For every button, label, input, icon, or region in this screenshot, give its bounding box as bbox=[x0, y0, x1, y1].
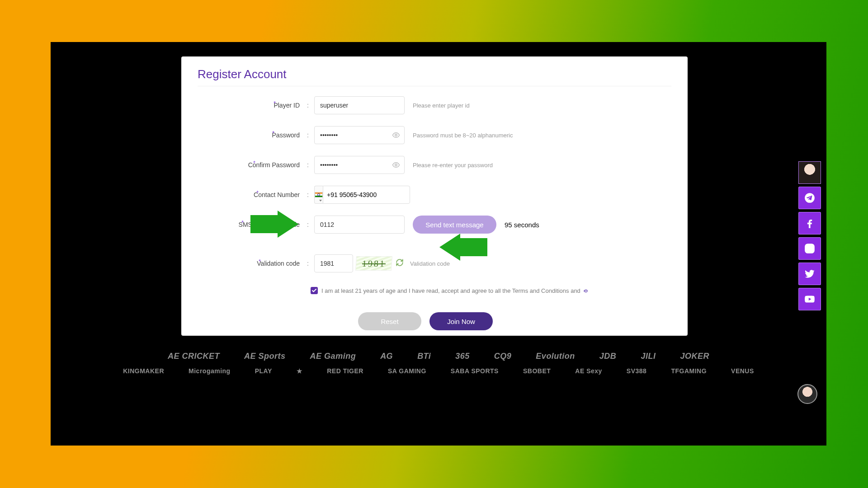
chevron-down-icon bbox=[319, 200, 322, 202]
provider-logo: JOKER bbox=[680, 352, 709, 361]
refresh-captcha-icon[interactable] bbox=[396, 258, 404, 269]
facebook-button[interactable] bbox=[798, 212, 821, 235]
provider-logo: RED TIGER bbox=[327, 367, 363, 375]
contact-number-label: Contact Number bbox=[198, 191, 302, 198]
provider-logo: SA GAMING bbox=[388, 367, 426, 375]
consent-text: I am at least 21 years of age and I have… bbox=[321, 287, 589, 294]
register-modal: Register Account Player ID : Please ente… bbox=[181, 56, 688, 336]
consent-checkbox[interactable] bbox=[311, 287, 318, 294]
validation-code-input[interactable] bbox=[314, 254, 353, 272]
provider-logo: JILI bbox=[641, 352, 656, 361]
provider-logo: AE Sports bbox=[244, 352, 286, 361]
provider-logo: AE CRICKET bbox=[168, 352, 220, 361]
india-flag-icon bbox=[315, 192, 323, 197]
join-now-button[interactable]: Join Now bbox=[429, 312, 493, 330]
svg-point-6 bbox=[812, 245, 813, 246]
provider-logo: SV388 bbox=[627, 367, 647, 375]
player-id-hint: Please enter player id bbox=[413, 102, 470, 109]
validation-hint: Validation code bbox=[410, 260, 450, 267]
provider-logo: CQ9 bbox=[494, 352, 512, 361]
instagram-button[interactable] bbox=[798, 237, 821, 260]
svg-point-5 bbox=[808, 247, 812, 251]
eye-icon[interactable] bbox=[392, 131, 400, 139]
player-id-input[interactable] bbox=[314, 96, 405, 114]
social-sidebar bbox=[798, 161, 821, 310]
sms-timer: 95 seconds bbox=[505, 221, 539, 229]
password-input[interactable] bbox=[314, 126, 405, 144]
eye-icon[interactable] bbox=[392, 161, 400, 169]
captcha-image: 1981 bbox=[355, 256, 392, 271]
provider-logo: SBOBET bbox=[523, 367, 551, 375]
svg-marker-2 bbox=[250, 211, 298, 238]
password-hint: Password must be 8~20 alphanumeric bbox=[413, 132, 513, 139]
validation-code-label: Validation code bbox=[198, 260, 302, 267]
provider-logo: KINGMAKER bbox=[123, 367, 164, 375]
support-avatar[interactable] bbox=[798, 161, 821, 184]
confirm-password-input[interactable] bbox=[314, 156, 405, 174]
send-sms-button[interactable]: Send text message bbox=[413, 216, 496, 234]
provider-logo: VENUS bbox=[731, 367, 754, 375]
provider-logo: AE Gaming bbox=[310, 352, 356, 361]
sms-code-input[interactable] bbox=[314, 216, 405, 234]
reset-button[interactable]: Reset bbox=[358, 312, 421, 330]
app-screenshot: Register Account Player ID : Please ente… bbox=[51, 42, 826, 446]
provider-logo: AG bbox=[380, 352, 393, 361]
telegram-button[interactable] bbox=[798, 187, 821, 209]
player-id-label: Player ID bbox=[198, 102, 302, 109]
password-label: Password bbox=[198, 131, 302, 139]
contact-number-input[interactable] bbox=[323, 186, 410, 204]
provider-logo: 365 bbox=[455, 352, 470, 361]
svg-marker-3 bbox=[439, 234, 487, 261]
modal-title: Register Account bbox=[198, 67, 671, 86]
provider-logo: ★ bbox=[297, 367, 303, 375]
chat-avatar[interactable] bbox=[797, 384, 817, 404]
provider-logo: SABA SPORTS bbox=[451, 367, 499, 375]
confirm-password-hint: Please re-enter your password bbox=[413, 162, 493, 169]
provider-logo: Evolution bbox=[536, 352, 575, 361]
country-code-select[interactable] bbox=[314, 186, 323, 204]
youtube-button[interactable] bbox=[798, 288, 821, 310]
annotation-arrow-icon bbox=[250, 211, 298, 238]
confirm-password-label: Confirm Password bbox=[198, 161, 302, 169]
provider-logos: AE CRICKETAE SportsAE GamingAGBTi365CQ9E… bbox=[51, 352, 826, 415]
twitter-button[interactable] bbox=[798, 263, 821, 285]
provider-logo: JDB bbox=[599, 352, 617, 361]
provider-logo: PLAY bbox=[255, 367, 272, 375]
provider-logo: Microgaming bbox=[189, 367, 231, 375]
provider-logo: AE Sexy bbox=[575, 367, 602, 375]
provider-logo: TFGAMING bbox=[671, 367, 707, 375]
provider-logo: BTi bbox=[417, 352, 431, 361]
svg-point-1 bbox=[395, 164, 397, 166]
terms-link-icon[interactable] bbox=[583, 289, 589, 293]
svg-point-0 bbox=[395, 134, 397, 136]
annotation-arrow-icon bbox=[439, 234, 487, 261]
